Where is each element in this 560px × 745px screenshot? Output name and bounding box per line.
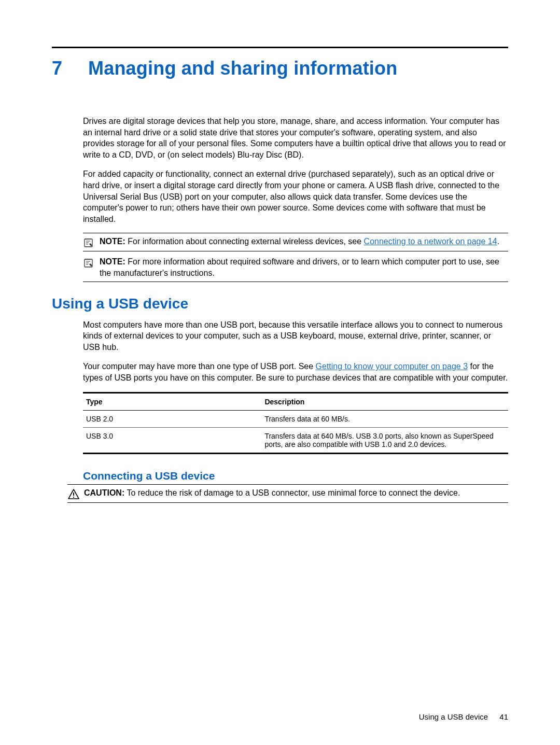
note-callout-2: NOTE: For more information about require…: [83, 254, 508, 282]
table-row: USB 2.0 Transfers data at 60 MB/s.: [83, 410, 508, 427]
usb-paragraph-1: Most computers have more than one USB po…: [83, 319, 508, 353]
table-row: USB 3.0 Transfers data at 640 MB/s. USB …: [83, 427, 508, 453]
caution-body: CAUTION: To reduce the risk of damage to…: [84, 487, 508, 499]
chapter-title: Managing and sharing information: [88, 58, 397, 79]
svg-rect-2: [73, 493, 74, 496]
note-body-1: NOTE: For information about connecting e…: [100, 236, 508, 247]
svg-rect-3: [73, 497, 74, 498]
usb-types-table: Type Description USB 2.0 Transfers data …: [83, 392, 508, 454]
caution-label: CAUTION:: [84, 488, 124, 497]
note-text-post: .: [497, 237, 499, 246]
intro-paragraph-2: For added capacity or functionality, con…: [83, 168, 508, 224]
note-text-pre: For information about connecting externa…: [125, 237, 364, 246]
note-label: NOTE:: [100, 237, 125, 246]
table-header-type: Type: [83, 392, 261, 410]
note-callout-1: NOTE: For information about connecting e…: [83, 233, 508, 251]
page-footer: Using a USB device 41: [419, 712, 508, 721]
note-text: For more information about required soft…: [100, 257, 499, 277]
cell-desc: Transfers data at 60 MB/s.: [261, 410, 508, 427]
link-connecting-network[interactable]: Connecting to a network on page 14: [364, 237, 497, 246]
footer-section-name: Using a USB device: [419, 712, 488, 721]
caution-text: To reduce the risk of damage to a USB co…: [124, 488, 460, 497]
cell-desc: Transfers data at 640 MB/s. USB 3.0 port…: [261, 427, 508, 453]
caution-icon: [67, 488, 80, 500]
chapter-heading: 7 Managing and sharing information: [52, 58, 508, 79]
note-body-2: NOTE: For more information about require…: [100, 256, 508, 278]
table-header-desc: Description: [261, 392, 508, 410]
note-icon: [83, 257, 95, 269]
caution-callout: CAUTION: To reduce the risk of damage to…: [67, 484, 508, 503]
usb-paragraph-2: Your computer may have more than one typ…: [83, 361, 508, 383]
footer-page-number: 41: [499, 712, 508, 721]
link-getting-to-know[interactable]: Getting to know your computer on page 3: [316, 362, 468, 371]
cell-type: USB 2.0: [83, 410, 261, 427]
note-label: NOTE:: [100, 257, 125, 266]
heading-connecting-usb: Connecting a USB device: [83, 470, 508, 482]
chapter-number: 7: [52, 58, 67, 79]
intro-paragraph-1: Drives are digital storage devices that …: [83, 116, 508, 160]
note-icon: [83, 237, 95, 248]
cell-type: USB 3.0: [83, 427, 261, 453]
chapter-rule: [52, 47, 508, 48]
heading-using-usb: Using a USB device: [52, 296, 508, 312]
usb-p2-pre: Your computer may have more than one typ…: [83, 362, 316, 371]
